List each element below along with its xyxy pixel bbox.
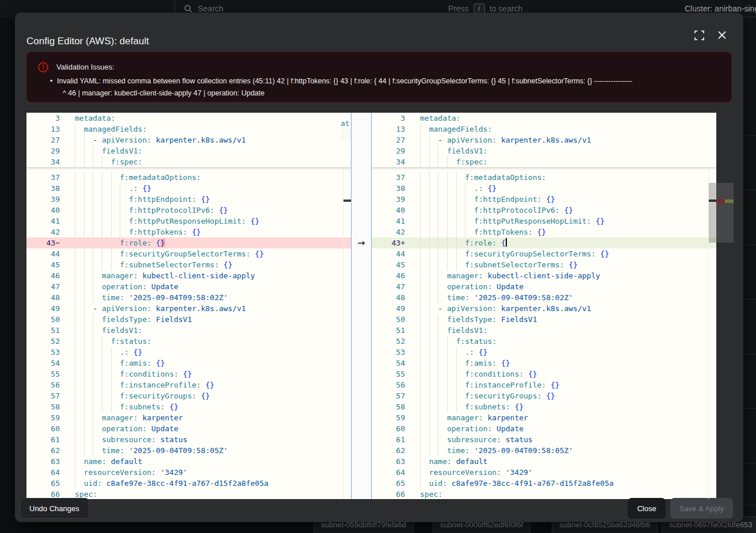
code-line[interactable]: 41f:httpPutResponseHopLimit: {} — [26, 216, 351, 227]
code-line[interactable]: 53.: {} — [372, 347, 716, 358]
code-line[interactable]: 40f:httpProtocolIPv6: {} — [26, 205, 351, 216]
code-line[interactable]: 38.: {} — [26, 183, 351, 194]
close-button[interactable]: Close — [628, 498, 665, 519]
code-line[interactable]: 46manager: kubectl-client-side-apply — [372, 270, 716, 281]
save-apply-button[interactable]: Save & Apply — [670, 498, 733, 519]
code-line[interactable]: 59manager: karpenter — [372, 412, 716, 423]
diff-overview-ruler[interactable] — [716, 113, 734, 499]
revert-change-arrow[interactable]: → — [352, 237, 371, 248]
line-number: 39 — [372, 194, 411, 205]
diff-original-pane[interactable]: 3metadata:13managedFields:27- apiVersion… — [26, 113, 351, 499]
code-line[interactable]: 57f:securityGroups: {} — [372, 390, 716, 401]
code-line[interactable]: 39f:httpEndpoint: {} — [26, 194, 351, 205]
code-line[interactable]: 27- apiVersion: karpenter.k8s.aws/v1 — [372, 135, 716, 145]
code-line[interactable]: 60operation: Update — [26, 423, 351, 434]
code-line[interactable]: 45f:subnetSelectorTerms: {} — [372, 259, 716, 270]
code-line[interactable]: 52f:status: — [372, 336, 716, 347]
code-line[interactable]: 51fieldsV1: — [372, 325, 716, 336]
code-line[interactable]: 50fieldsType: FieldsV1 — [26, 314, 351, 325]
code-line[interactable]: 55f:conditions: {} — [372, 369, 716, 379]
validation-banner: ! Validation Issues: • Invalid YAML: mis… — [26, 52, 732, 102]
line-number: 47 — [372, 281, 411, 292]
code-line[interactable]: 44f:securityGroupSelectorTerms: {} — [26, 248, 351, 259]
code-line[interactable]: 49- apiVersion: karpenter.k8s.aws/v1 — [26, 303, 351, 314]
code-line[interactable]: 56f:instanceProfile: {} — [372, 379, 716, 390]
code-line[interactable]: 50fieldsType: FieldsV1 — [372, 314, 716, 325]
scrollbar-slider[interactable] — [709, 183, 716, 243]
code-line[interactable]: 42f:httpTokens: {} — [26, 227, 351, 237]
line-number: 52 — [26, 336, 66, 347]
code-line[interactable]: 37f:metadataOptions: — [372, 172, 716, 183]
code-line[interactable]: 42f:httpTokens: {} — [372, 227, 716, 237]
code-line[interactable]: 61subresource: status — [26, 434, 351, 445]
code-line[interactable]: 3metadata: — [372, 113, 716, 124]
code-line[interactable]: 48time: '2025-09-04T09:58:02Z' — [26, 292, 351, 303]
line-number: 3 — [372, 113, 411, 124]
right-scrollbar[interactable] — [708, 113, 716, 499]
code-line[interactable]: 51fieldsV1: — [26, 325, 351, 336]
code-line[interactable]: 45f:subnetSelectorTerms: {} — [26, 259, 351, 270]
code-line[interactable]: 64resourceVersion: '3429' — [26, 467, 351, 478]
code-line[interactable]: 34f:spec: — [372, 156, 716, 167]
code-line[interactable]: 48time: '2025-09-04T09:58:02Z' — [372, 292, 716, 303]
expand-icon[interactable] — [689, 25, 709, 45]
code-line[interactable]: 41f:httpPutResponseHopLimit: {} — [372, 216, 716, 227]
undo-changes-button[interactable]: Undo Changes — [20, 498, 89, 519]
config-editor-modal: Config Editor (AWS): default ! Validatio… — [15, 13, 743, 522]
code-line[interactable]: 62time: '2025-09-04T09:58:05Z' — [372, 445, 716, 456]
line-number: 43− — [26, 237, 66, 248]
code-line[interactable]: 47operation: Update — [26, 281, 351, 292]
code-line[interactable]: 56f:instanceProfile: {} — [26, 379, 351, 390]
code-line[interactable]: 55f:conditions: {} — [26, 369, 351, 379]
line-number: 53 — [26, 347, 66, 358]
code-line[interactable]: 29fieldsV1: — [26, 145, 351, 156]
alert-icon: ! — [38, 62, 48, 72]
code-line[interactable]: 63name: default — [372, 456, 716, 467]
code-line[interactable]: 47operation: Update — [372, 281, 716, 292]
clipped-text-fragment: at — [341, 118, 350, 129]
bullet: • — [50, 75, 52, 87]
code-line[interactable]: 43−f:role: {} — [26, 237, 351, 248]
code-line[interactable]: 3metadata: — [26, 113, 351, 124]
line-number: 52 — [372, 336, 411, 347]
left-scrollbar[interactable] — [343, 113, 351, 499]
line-number: 34 — [26, 156, 66, 167]
code-line[interactable]: 65uid: c8afe97e-38cc-4f91-a767-d15f2a8fe… — [26, 478, 351, 489]
diff-marker — [343, 200, 351, 202]
search-input[interactable]: Search — [198, 4, 223, 13]
code-line[interactable]: 49- apiVersion: karpenter.k8s.aws/v1 — [372, 303, 716, 314]
code-line[interactable]: 53.: {} — [26, 347, 351, 358]
code-line[interactable]: 27- apiVersion: karpenter.k8s.aws/v1 — [26, 135, 351, 145]
code-line[interactable]: 34f:spec: — [26, 156, 351, 167]
line-number: 50 — [26, 314, 66, 325]
code-line[interactable]: 37f:metadataOptions: — [26, 172, 351, 183]
code-line[interactable]: 43+f:role: { — [372, 237, 716, 248]
overview-slider[interactable] — [716, 183, 734, 243]
code-line[interactable]: 63name: default — [26, 456, 351, 467]
code-line[interactable]: 57f:securityGroups: {} — [26, 390, 351, 401]
code-line[interactable]: 64resourceVersion: '3429' — [372, 467, 716, 478]
code-line[interactable]: 39f:httpEndpoint: {} — [372, 194, 716, 205]
code-line[interactable]: 54f:amis: {} — [372, 358, 716, 369]
diff-modified-pane[interactable]: 3metadata:13managedFields:27- apiVersion… — [372, 113, 716, 499]
slash-key-badge: / — [474, 3, 485, 14]
code-line[interactable]: 62time: '2025-09-04T09:58:05Z' — [26, 445, 351, 456]
code-line[interactable]: 54f:amis: {} — [26, 358, 351, 369]
code-line[interactable]: 44f:securityGroupSelectorTerms: {} — [372, 248, 716, 259]
code-line[interactable]: 61subresource: status — [372, 434, 716, 445]
code-line[interactable]: 52f:status: — [26, 336, 351, 347]
line-number: 64 — [26, 467, 66, 478]
code-line[interactable]: 58f:subnets: {} — [26, 401, 351, 412]
code-line[interactable]: 38.: {} — [372, 183, 716, 194]
code-line[interactable]: 59manager: karpenter — [26, 412, 351, 423]
search-icon — [184, 5, 192, 13]
code-line[interactable]: 13managedFields: — [372, 124, 716, 135]
code-line[interactable]: 60operation: Update — [372, 423, 716, 434]
code-line[interactable]: 29fieldsV1: — [372, 145, 716, 156]
code-line[interactable]: 58f:subnets: {} — [372, 401, 716, 412]
code-line[interactable]: 40f:httpProtocolIPv6: {} — [372, 205, 716, 216]
code-line[interactable]: 46manager: kubectl-client-side-apply — [26, 270, 351, 281]
code-line[interactable]: 65uid: c8afe97e-38cc-4f91-a767-d15f2a8fe… — [372, 478, 716, 489]
close-icon[interactable] — [712, 25, 732, 45]
code-line[interactable]: 13managedFields: — [26, 124, 351, 135]
